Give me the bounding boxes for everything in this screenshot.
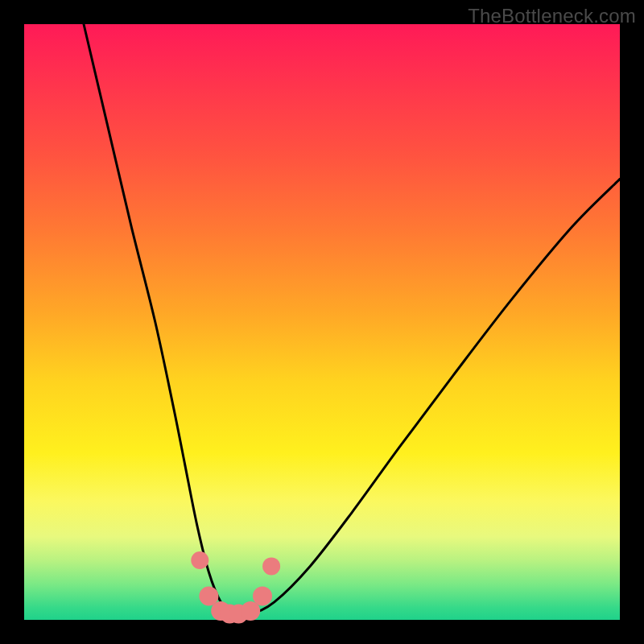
bottleneck-curve: [84, 24, 620, 615]
chart-svg: [24, 24, 620, 620]
highlight-dot: [191, 551, 208, 569]
chart-plot-area: [24, 24, 620, 620]
highlight-dot: [262, 557, 280, 575]
highlight-dot: [253, 586, 272, 605]
curve-path: [84, 24, 620, 615]
highlight-dots: [191, 551, 280, 624]
chart-frame: TheBottleneck.com: [0, 0, 644, 644]
watermark-text: TheBottleneck.com: [468, 5, 636, 27]
